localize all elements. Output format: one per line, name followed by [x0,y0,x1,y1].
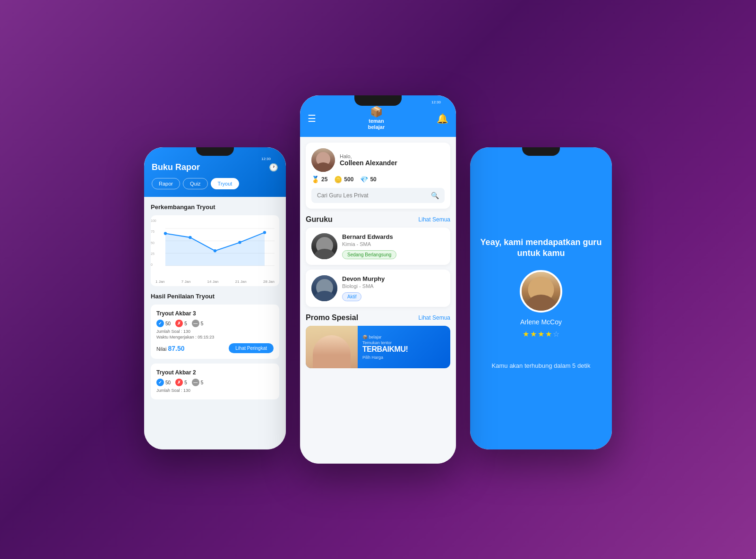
promo-banner[interactable]: 📦 belajar Temukan tentor TERBAIKMU! Pili… [306,326,450,368]
point-medal: 🥇 25 [311,176,327,183]
minus-icon-2: — [192,379,199,386]
svg-marker-4 [165,232,265,265]
bell-icon[interactable]: 🔔 [437,113,448,124]
history-icon[interactable]: 🕐 [269,163,278,172]
svg-point-6 [189,236,191,239]
phone-center: 12:30 ☰ 📦 teman belajar 🔔 [300,95,456,464]
promo-image [306,326,358,368]
score-wrong-2: ✗ 5 [175,379,187,386]
nilai-row-1: Nilai 87.50 Lihat Peringkat [156,343,274,353]
score-correct-1: ✓ 50 [156,320,171,327]
teacher-subject-1: Kimia - SMA [342,241,445,247]
minus-icon-1: — [192,320,199,327]
user-avatar [311,148,335,172]
svg-point-8 [238,241,241,244]
star-1: ★ [523,330,529,339]
score-row-2: ✓ 50 ✗ 5 — 5 [156,379,274,386]
promo-title: Promo Spesial [306,313,358,322]
promo-lihat-semua[interactable]: Lihat Semua [419,314,450,321]
jumlah-soal-2: Jumlah Soal : 130 [156,388,274,393]
user-name: Colleen Alexander [340,159,397,167]
user-card: Halo, Colleen Alexander 🥇 25 🪙 500 [306,143,450,209]
status-bar-center: 12:30 [424,96,448,106]
score-skip-1: — 5 [192,320,204,327]
promo-section-header: Promo Spesial Lihat Semua [306,313,450,322]
promo-sub-text: Pilih Harga [362,355,446,360]
left-body: Perkembangan Tryout 100 75 50 25 0 [144,197,286,411]
guru-avatar [520,270,562,313]
user-greet: Halo, [340,153,397,159]
promo-small-text: Temukan tentor [362,340,446,345]
score-skip-2: — 5 [192,379,204,386]
center-body: Halo, Colleen Alexander 🥇 25 🪙 500 [300,137,456,374]
chart-container: 100 75 50 25 0 [151,215,279,286]
chart-y-labels: 100 75 50 25 0 [151,219,156,266]
logo-icon: 📦 [370,106,383,118]
point-coin: 🪙 500 [334,176,353,183]
search-input[interactable] [317,192,427,199]
lihat-peringkat-btn-1[interactable]: Lihat Peringkat [229,343,274,353]
teacher-status-2: Aktif [342,292,361,301]
guru-lihat-semua[interactable]: Lihat Semua [419,216,450,223]
tab-rapor[interactable]: Rapor [152,178,180,189]
points-row: 🥇 25 🪙 500 💎 50 [311,176,445,183]
x-icon-1: ✗ [175,320,183,327]
user-info: Halo, Colleen Alexander [340,153,397,167]
tryout-card-2: Tryout Akbar 2 ✓ 50 ✗ 5 — 5 [151,364,279,399]
logo-text: teman belajar [368,118,385,130]
score-correct-2: ✓ 50 [156,379,171,386]
point-diamond: 💎 50 [360,176,376,183]
guru-section-header: Guruku Lihat Semua [306,215,450,224]
jumlah-soal-1: Jumlah Soal : 130 [156,329,274,334]
teacher-name-1: Bernard Edwards [342,233,445,240]
diamond-icon: 💎 [360,176,368,183]
phone-right: 12:30 Yeay, kami mendapatkan guruuntuk k… [470,147,612,449]
waktu-1: Waktu Mengerjakan : 05:15:23 [156,335,274,339]
search-icon: 🔍 [431,192,439,199]
notch-left [196,147,234,156]
medal-icon: 🥇 [311,176,319,183]
teacher-subject-2: Biologi - SMA [342,283,445,289]
chart-svg [155,220,275,277]
promo-text-area: 📦 belajar Temukan tentor TERBAIKMU! Pili… [358,330,450,365]
promo-big-text: TERBAIKMU! [362,345,446,354]
right-body: Yeay, kami mendapatkan guruuntuk kamu Ar… [471,157,611,449]
nilai-value-1: 87.50 [168,345,184,352]
nilai-label-1: Nilai [156,346,168,352]
teacher-name-2: Devon Murphy [342,275,445,282]
guru-name: Arlene McCoy [520,318,562,326]
results-title: Hasil Penilaian Tryout [151,293,279,300]
connect-text: Kamu akan terhubung dalam 5 detik [492,362,591,369]
check-icon-2: ✓ [156,379,164,386]
logo-area: 📦 teman belajar [368,106,385,130]
notch-right [522,147,560,156]
score-wrong-1: ✗ 5 [175,320,187,327]
left-phone-title: Buku Rapor [152,162,200,172]
teacher-info-1: Bernard Edwards Kimia - SMA Sedang Berla… [342,233,445,259]
search-box[interactable]: 🔍 [311,188,445,203]
hamburger-icon[interactable]: ☰ [308,114,316,123]
teacher-avatar-2 [311,275,337,301]
teacher-info-2: Devon Murphy Biologi - SMA Aktif [342,275,445,301]
tryout-name-2: Tryout Akbar 2 [156,369,274,376]
svg-point-9 [263,231,266,234]
phone-left: 12:30 Buku Rapor 🕐 Rapor Quiz Tryout Per… [144,147,286,449]
right-title: Yeay, kami mendapatkan guruuntuk kamu [481,237,602,259]
star-5: ☆ [553,330,559,339]
status-time-left: 12:30 [261,157,271,161]
svg-point-7 [214,249,216,252]
star-4: ★ [545,330,552,339]
star-3: ★ [538,330,544,339]
tab-quiz[interactable]: Quiz [183,178,208,189]
promo-logo-text: 📦 belajar [362,335,446,339]
tryout-card-1: Tryout Akbar 3 ✓ 50 ✗ 5 — 5 [151,305,279,359]
guru-section-title: Guruku [306,215,333,224]
tab-tryout[interactable]: Tryout [211,178,240,189]
x-icon-2: ✗ [175,379,183,386]
teacher-avatar-1 [311,233,337,259]
chart-title: Perkembangan Tryout [151,203,279,211]
teacher-card-2[interactable]: Devon Murphy Biologi - SMA Aktif [306,270,450,307]
notch-center [354,95,402,106]
teacher-card-1[interactable]: Bernard Edwards Kimia - SMA Sedang Berla… [306,228,450,265]
star-2: ★ [530,330,537,339]
